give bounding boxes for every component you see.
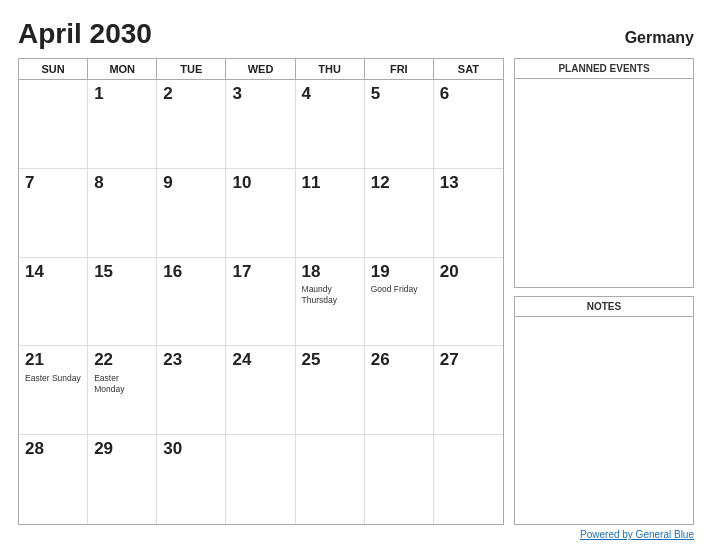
calendar-cell: 14: [19, 258, 88, 347]
calendar-cell: 5: [365, 80, 434, 169]
calendar-cell: 12: [365, 169, 434, 258]
day-number: 18: [302, 262, 358, 282]
day-number: 12: [371, 173, 427, 193]
day-number: 20: [440, 262, 497, 282]
day-number: 6: [440, 84, 497, 104]
day-number: 11: [302, 173, 358, 193]
day-number: 15: [94, 262, 150, 282]
calendar-cell: 26: [365, 346, 434, 435]
calendar-cell: 17: [226, 258, 295, 347]
day-number: 17: [232, 262, 288, 282]
calendar-cell: [19, 80, 88, 169]
holiday-label: Maundy Thursday: [302, 284, 358, 306]
day-number: 16: [163, 262, 219, 282]
notes-body: [515, 317, 693, 524]
day-number: 21: [25, 350, 81, 370]
month-title: April 2030: [18, 18, 152, 50]
calendar-cell: 25: [296, 346, 365, 435]
day-number: 8: [94, 173, 150, 193]
calendar-cell: 2: [157, 80, 226, 169]
day-number: 10: [232, 173, 288, 193]
notes-header: NOTES: [515, 297, 693, 317]
day-header: THU: [296, 59, 365, 79]
planned-events-body: [515, 79, 693, 287]
day-number: 24: [232, 350, 288, 370]
calendar-cell: 11: [296, 169, 365, 258]
footer: Powered by General Blue: [18, 525, 694, 540]
day-number: 23: [163, 350, 219, 370]
main-content: SUNMONTUEWEDTHUFRISAT 123456789101112131…: [18, 58, 694, 525]
day-number: 14: [25, 262, 81, 282]
day-number: 27: [440, 350, 497, 370]
calendar-cell: 30: [157, 435, 226, 524]
calendar-cell: 13: [434, 169, 503, 258]
calendar-cell: 4: [296, 80, 365, 169]
day-number: 4: [302, 84, 358, 104]
day-number: 26: [371, 350, 427, 370]
day-header: SUN: [19, 59, 88, 79]
day-number: 22: [94, 350, 150, 370]
calendar-cell: 28: [19, 435, 88, 524]
calendar-cell: 15: [88, 258, 157, 347]
calendar-page: April 2030 Germany SUNMONTUEWEDTHUFRISAT…: [0, 0, 712, 550]
day-number: 13: [440, 173, 497, 193]
holiday-label: Easter Monday: [94, 373, 150, 395]
calendar-cell: [226, 435, 295, 524]
day-header: WED: [226, 59, 295, 79]
notes-box: NOTES: [514, 296, 694, 525]
calendar-cell: 19Good Friday: [365, 258, 434, 347]
header: April 2030 Germany: [18, 18, 694, 50]
calendar-cell: [434, 435, 503, 524]
day-number: 7: [25, 173, 81, 193]
right-panel: PLANNED EVENTS NOTES: [514, 58, 694, 525]
day-number: 19: [371, 262, 427, 282]
day-number: 29: [94, 439, 150, 459]
calendar-cell: 20: [434, 258, 503, 347]
calendar-cell: [365, 435, 434, 524]
day-header: FRI: [365, 59, 434, 79]
day-number: 30: [163, 439, 219, 459]
calendar-cell: [296, 435, 365, 524]
day-number: 28: [25, 439, 81, 459]
calendar-cell: 6: [434, 80, 503, 169]
planned-events-header: PLANNED EVENTS: [515, 59, 693, 79]
day-number: 1: [94, 84, 150, 104]
calendar-section: SUNMONTUEWEDTHUFRISAT 123456789101112131…: [18, 58, 504, 525]
planned-events-box: PLANNED EVENTS: [514, 58, 694, 288]
day-header: TUE: [157, 59, 226, 79]
day-number: 25: [302, 350, 358, 370]
holiday-label: Good Friday: [371, 284, 427, 295]
country-title: Germany: [625, 29, 694, 47]
calendar-cell: 21Easter Sunday: [19, 346, 88, 435]
calendar-cell: 29: [88, 435, 157, 524]
day-header: MON: [88, 59, 157, 79]
day-number: 2: [163, 84, 219, 104]
calendar-cell: 27: [434, 346, 503, 435]
calendar-cell: 10: [226, 169, 295, 258]
calendar-cell: 22Easter Monday: [88, 346, 157, 435]
holiday-label: Easter Sunday: [25, 373, 81, 384]
calendar-grid: 123456789101112131415161718Maundy Thursd…: [19, 80, 503, 524]
calendar-cell: 23: [157, 346, 226, 435]
day-headers: SUNMONTUEWEDTHUFRISAT: [19, 59, 503, 80]
calendar-cell: 1: [88, 80, 157, 169]
day-number: 3: [232, 84, 288, 104]
calendar-cell: 8: [88, 169, 157, 258]
day-number: 5: [371, 84, 427, 104]
calendar-cell: 16: [157, 258, 226, 347]
calendar-cell: 9: [157, 169, 226, 258]
powered-by-link[interactable]: Powered by General Blue: [580, 529, 694, 540]
day-header: SAT: [434, 59, 503, 79]
calendar-cell: 24: [226, 346, 295, 435]
calendar-cell: 7: [19, 169, 88, 258]
calendar-cell: 18Maundy Thursday: [296, 258, 365, 347]
day-number: 9: [163, 173, 219, 193]
calendar-cell: 3: [226, 80, 295, 169]
